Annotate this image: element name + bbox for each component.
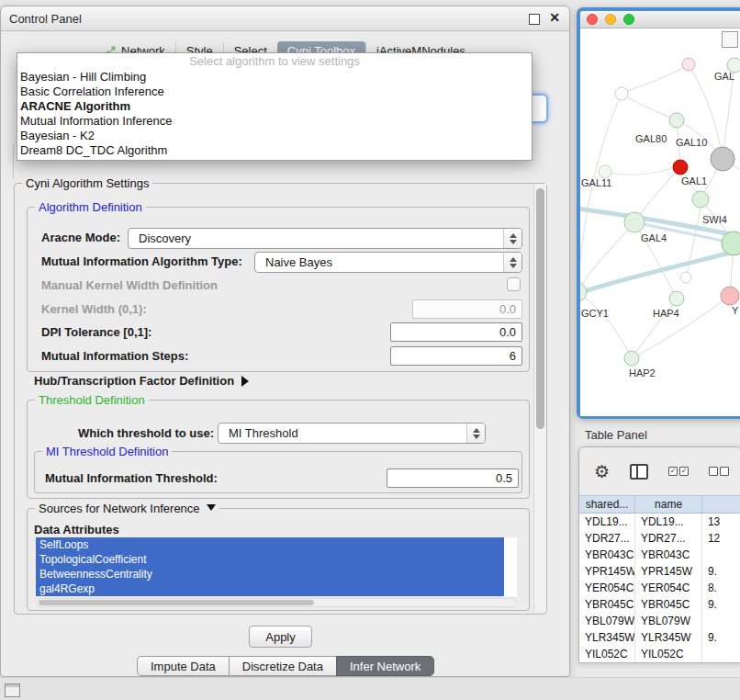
algorithm-option[interactable]: Mutual Information Inference bbox=[17, 114, 532, 129]
tab-impute-data[interactable]: Impute Data bbox=[137, 656, 230, 676]
network-canvas-area[interactable]: GALGAL80GAL10GAL11GAL1SWI4GAL4GCY1HAP4YH… bbox=[580, 28, 740, 416]
control-panel-titlebar: Control Panel ✕ bbox=[1, 6, 569, 31]
table-row[interactable]: YBL079WYBL079W bbox=[579, 613, 740, 629]
table-cell: YLR345W bbox=[579, 629, 635, 646]
table-row[interactable]: YIL052CYIL052C bbox=[579, 646, 740, 662]
network-node-label: GCY1 bbox=[581, 308, 609, 319]
table-cell: 9. bbox=[702, 629, 740, 646]
network-node[interactable] bbox=[711, 147, 734, 171]
network-canvas[interactable]: GALGAL80GAL10GAL11GAL1SWI4GAL4GCY1HAP4YH… bbox=[580, 28, 740, 416]
network-node-label: GAL4 bbox=[641, 232, 667, 243]
table-row[interactable]: YER054CYER054C8. bbox=[579, 580, 740, 596]
network-node[interactable] bbox=[680, 272, 691, 283]
network-node[interactable] bbox=[599, 165, 611, 178]
network-node[interactable] bbox=[692, 191, 709, 208]
expand-arrow-icon[interactable] bbox=[241, 376, 249, 387]
zoom-traffic-light[interactable] bbox=[623, 14, 634, 25]
algorithm-option[interactable]: Dream8 DC_TDC Algorithm bbox=[17, 143, 532, 158]
table-row[interactable]: YLR345WYLR345W9. bbox=[579, 629, 740, 646]
kernel-width-field[interactable]: 0.0 bbox=[412, 299, 522, 319]
stepper-icon bbox=[503, 229, 521, 248]
sources-group-title[interactable]: Sources for Network Inference bbox=[35, 502, 219, 515]
table-cell: YER054C bbox=[579, 580, 635, 596]
select-all-icon[interactable]: ✓ ✓ bbox=[668, 467, 689, 476]
gear-icon[interactable]: ⚙ bbox=[594, 463, 610, 480]
table-row[interactable]: YDR27...YDR27...12 bbox=[579, 530, 740, 547]
algorithm-option[interactable]: Bayesian - K2 bbox=[17, 129, 532, 143]
table-cell: 8. bbox=[702, 580, 740, 596]
network-edge bbox=[580, 94, 622, 292]
attribute-list-item[interactable]: gal4RGexp bbox=[36, 581, 504, 596]
network-node-label: GAL10 bbox=[676, 137, 707, 148]
data-attributes-label: Data Attributes bbox=[34, 523, 119, 536]
network-node[interactable] bbox=[669, 113, 684, 128]
attributes-hscrollbar[interactable] bbox=[36, 598, 517, 607]
table-row[interactable]: YBR043CYBR043C bbox=[579, 547, 740, 563]
column-header[interactable]: shared... bbox=[579, 496, 635, 513]
aracne-mode-combobox[interactable]: Discovery bbox=[128, 228, 522, 249]
minimized-window-icon[interactable] bbox=[5, 683, 20, 697]
table-toolbar: ⚙ ✓ ✓ bbox=[579, 447, 740, 495]
table-cell: YPR145W bbox=[635, 563, 702, 580]
table-row[interactable]: YBR045CYBR045C9. bbox=[579, 596, 740, 613]
mi-threshold-label: Mutual Information Threshold: bbox=[45, 471, 218, 485]
column-header[interactable]: name bbox=[635, 496, 702, 513]
network-node[interactable] bbox=[624, 212, 645, 232]
network-node[interactable] bbox=[721, 287, 739, 305]
hub-section-header[interactable]: Hub/Transcription Factor Definition bbox=[34, 374, 249, 388]
network-node[interactable] bbox=[669, 291, 684, 306]
mi-type-label: Mutual Information Algorithm Type: bbox=[41, 254, 242, 268]
table-row[interactable]: YDL19...YDL19...13 bbox=[579, 514, 740, 530]
undock-icon[interactable] bbox=[529, 14, 540, 25]
table-cell: 12 bbox=[702, 530, 740, 547]
collapse-arrow-icon[interactable] bbox=[207, 504, 216, 511]
columns-icon[interactable] bbox=[630, 464, 648, 480]
algorithm-option[interactable]: Bayesian - Hill Climbing bbox=[17, 70, 532, 85]
network-node[interactable] bbox=[624, 351, 639, 366]
settings-scrollbar-thumb[interactable] bbox=[536, 188, 544, 429]
tab-label: Impute Data bbox=[151, 660, 216, 673]
apply-button-label: Apply bbox=[265, 630, 296, 644]
network-node[interactable] bbox=[615, 87, 628, 100]
mi-steps-field[interactable]: 6 bbox=[390, 346, 522, 366]
mi-type-combobox[interactable]: Naive Bayes bbox=[254, 252, 522, 273]
apply-button[interactable]: Apply bbox=[249, 626, 312, 648]
algorithm-option[interactable]: Basic Correlation Inference bbox=[17, 85, 532, 99]
tab-label: Discretize Data bbox=[242, 660, 323, 673]
table-cell: YPR145W bbox=[579, 563, 635, 580]
birdseye-toggle-icon[interactable] bbox=[722, 31, 738, 48]
close-icon[interactable]: ✕ bbox=[549, 10, 560, 25]
attribute-list-item[interactable]: BetweennessCentrality bbox=[36, 567, 504, 581]
table-cell: YBR045C bbox=[635, 596, 702, 613]
mi-steps-label: Mutual Information Steps: bbox=[41, 349, 188, 363]
column-header[interactable] bbox=[702, 496, 740, 513]
data-attributes-list[interactable]: SelfLoopsTopologicalCoefficientBetweenne… bbox=[36, 537, 517, 596]
minimize-traffic-light[interactable] bbox=[605, 14, 616, 25]
which-threshold-label: Which threshold to use: bbox=[78, 426, 214, 440]
algorithm-definition-title: Algorithm Definition bbox=[35, 200, 146, 214]
network-node[interactable] bbox=[673, 160, 688, 175]
kernel-width-label: Kernel Width (0,1): bbox=[41, 302, 147, 316]
network-node-label: GAL80 bbox=[635, 133, 667, 144]
attribute-list-item[interactable]: TopologicalCoefficient bbox=[36, 552, 504, 567]
attributes-hscrollbar-thumb[interactable] bbox=[39, 600, 314, 605]
which-threshold-combobox[interactable]: MI Threshold bbox=[218, 423, 486, 444]
dpi-tolerance-field[interactable]: 0.0 bbox=[390, 322, 522, 342]
algorithm-option[interactable]: ARACNE Algorithm bbox=[17, 99, 532, 114]
attribute-list-item[interactable]: SelfLoops bbox=[36, 537, 504, 552]
network-node-label: GAL11 bbox=[581, 177, 611, 188]
table-cell: YBR045C bbox=[579, 596, 635, 613]
tab-infer-network[interactable]: Infer Network bbox=[336, 656, 434, 676]
checked-box-icon: ✓ bbox=[679, 467, 689, 476]
network-view-window: GALGAL80GAL10GAL11GAL1SWI4GAL4GCY1HAP4YH… bbox=[577, 7, 740, 419]
close-traffic-light[interactable] bbox=[587, 14, 598, 25]
table-panel-title: Table Panel bbox=[577, 424, 740, 445]
mi-threshold-field[interactable]: 0.5 bbox=[387, 469, 519, 488]
tab-discretize-data[interactable]: Discretize Data bbox=[229, 656, 337, 676]
network-node[interactable] bbox=[682, 58, 695, 71]
deselect-all-icon[interactable] bbox=[709, 467, 729, 476]
table-row[interactable]: YPR145WYPR145W9. bbox=[579, 563, 740, 580]
algorithm-dropdown-list: Bayesian - Hill ClimbingBasic Correlatio… bbox=[17, 70, 532, 158]
settings-scrollbar[interactable] bbox=[533, 184, 546, 612]
manual-kernel-checkbox[interactable] bbox=[507, 277, 521, 291]
